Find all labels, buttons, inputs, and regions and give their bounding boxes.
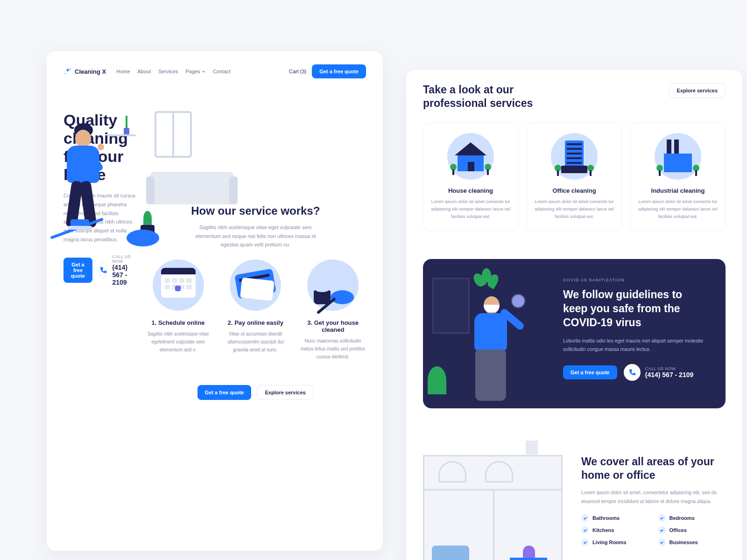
nav-home[interactable]: Home xyxy=(116,69,130,74)
check-label: Living Rooms xyxy=(592,539,627,545)
nav-left: Cleaning X Home About Services Pages Con… xyxy=(63,67,231,76)
check-label: Offices xyxy=(669,527,687,533)
desk-icon xyxy=(510,558,547,560)
covid-title: We follow guidelines to keep you safe fr… xyxy=(563,288,705,330)
nav-links: Home About Services Pages Contact xyxy=(116,69,230,74)
steps-row: 1. Schedule online Sagittis nibh sceleri… xyxy=(145,259,366,371)
nav-services[interactable]: Services xyxy=(158,69,178,74)
areas-copy: We cover all areas of your home or offic… xyxy=(581,441,726,546)
floor-plant-icon xyxy=(428,366,446,394)
hero-cta-row: Get a free quote CALL US NOW (414) 567 -… xyxy=(63,254,136,286)
step-2-text: Vitae ut accumsan blandit ullamcorperolm… xyxy=(222,330,289,354)
nav-right: Cart (3) Get a free quote xyxy=(289,64,366,78)
vacuum-bucket-icon xyxy=(307,259,359,311)
check-icon xyxy=(581,539,589,546)
office-building-icon xyxy=(551,133,598,180)
how-subtitle: Sagittis nibh scelerisque vitae eget vul… xyxy=(190,223,321,249)
how-it-works-section: How our service works? Sagittis nibh sce… xyxy=(145,204,366,400)
check-kitchens: Kitchens xyxy=(581,526,649,534)
step-pay: 2. Pay online easily Vitae ut accumsan b… xyxy=(222,259,289,371)
house-cutaway-illustration xyxy=(423,441,567,560)
calendar-icon xyxy=(153,259,204,311)
vacuum-icon xyxy=(127,230,159,246)
person-vacuuming-icon xyxy=(52,130,117,237)
dormer-window-icon xyxy=(438,461,466,483)
how-explore-button[interactable]: Explore services xyxy=(257,385,313,400)
check-label: Kitchens xyxy=(592,527,614,533)
how-quote-button[interactable]: Get a free quote xyxy=(197,385,252,400)
service-card-house[interactable]: House cleaning Lorem ipsum dolor sit ame… xyxy=(423,122,518,231)
step-2-title: 2. Pay online easily xyxy=(222,319,289,326)
nav-quote-button[interactable]: Get a free quote xyxy=(312,64,366,78)
covid-text: Lobortis mattis odio leo eget mauris met… xyxy=(563,336,705,354)
service-industrial-title: Industrial cleaning xyxy=(638,187,718,194)
areas-title: We cover all areas of your home or offic… xyxy=(581,455,726,482)
check-label: Bathrooms xyxy=(592,515,620,521)
phone-number: (414) 567 - 2109 xyxy=(112,264,135,286)
nav-contact[interactable]: Contact xyxy=(213,69,231,74)
hero-quote-button[interactable]: Get a free quote xyxy=(63,258,92,283)
check-icon xyxy=(658,526,666,534)
couch-icon xyxy=(150,172,234,204)
brand-name: Cleaning X xyxy=(75,68,106,75)
nav-pages-label: Pages xyxy=(185,69,200,74)
nav-about[interactable]: About xyxy=(138,69,151,74)
nav-pages[interactable]: Pages xyxy=(185,69,205,74)
service-office-text: Lorem ipsum dolor sit amet consecte tur … xyxy=(535,198,614,220)
how-title: How our service works? xyxy=(145,204,366,217)
chevron-down-icon xyxy=(202,70,205,73)
step-1-text: Sagittis nibh scelerisque vitae egetolme… xyxy=(145,330,211,354)
check-businesses: Businesses xyxy=(658,539,726,546)
areas-section: We cover all areas of your home or offic… xyxy=(423,441,726,560)
check-icon xyxy=(658,539,666,546)
step-3-text: Nunc maecenas sollicitudin metus tellus … xyxy=(300,337,366,361)
phone-icon xyxy=(624,364,641,381)
check-offices: Offices xyxy=(658,526,726,534)
phone-icon xyxy=(99,262,107,279)
services-title: Take a look at our professional services xyxy=(423,83,563,110)
person-dusting-icon xyxy=(451,296,521,404)
step-3-title: 3. Get your house cleaned xyxy=(300,319,366,333)
svg-point-1 xyxy=(65,73,66,74)
service-card-office[interactable]: Office cleaning Lorem ipsum dolor sit am… xyxy=(527,122,622,231)
covid-phone-box[interactable]: CALL US NOW (414) 567 - 2109 xyxy=(624,364,694,381)
covid-banner: COVID-19 SANITIZATION We follow guidelin… xyxy=(423,259,726,408)
svg-point-0 xyxy=(70,69,70,70)
check-label: Businesses xyxy=(669,539,698,545)
service-card-industrial[interactable]: Industrial cleaning Lorem ipsum dolor si… xyxy=(630,122,726,231)
check-icon xyxy=(581,526,589,534)
check-living-rooms: Living Rooms xyxy=(581,539,649,546)
dormer-window-icon xyxy=(485,461,513,483)
landing-page-continued: Take a look at our professional services… xyxy=(406,70,742,560)
hero-phone-box[interactable]: CALL US NOW (414) 567 - 2109 xyxy=(99,254,136,286)
check-label: Bedrooms xyxy=(669,515,695,521)
service-house-text: Lorem ipsum dolor sit amet consecte tur … xyxy=(431,198,510,220)
areas-text: Lorem ipsum dolor sit amet, consectetur … xyxy=(581,488,726,506)
call-us-label: CALL US NOW xyxy=(645,366,694,371)
service-industrial-text: Lorem ipsum dolor sit amet consecte tur … xyxy=(638,198,718,220)
step-1-title: 1. Schedule online xyxy=(145,319,211,326)
call-us-label: CALL US NOW xyxy=(112,254,135,264)
covid-cta-row: Get a free quote CALL US NOW (414) 567 -… xyxy=(563,364,705,381)
landing-page-top: Cleaning X Home About Services Pages Con… xyxy=(47,51,383,551)
plant-icon xyxy=(122,116,131,134)
areas-checklist: Bathrooms Bedrooms Kitchens Offices Livi… xyxy=(581,514,726,546)
sparkle-icon xyxy=(63,67,72,76)
services-cards: House cleaning Lorem ipsum dolor sit ame… xyxy=(423,122,726,231)
credit-card-icon xyxy=(230,259,281,311)
covid-quote-button[interactable]: Get a free quote xyxy=(563,365,617,379)
cart-link[interactable]: Cart (3) xyxy=(289,69,306,74)
check-bedrooms: Bedrooms xyxy=(658,514,726,522)
covid-tag: COVID-19 SANITIZATION xyxy=(563,278,705,282)
brand-logo[interactable]: Cleaning X xyxy=(63,67,106,76)
service-office-title: Office cleaning xyxy=(535,187,614,194)
window-icon xyxy=(155,111,192,158)
service-house-title: House cleaning xyxy=(431,187,510,194)
phone-number: (414) 567 - 2109 xyxy=(645,371,694,378)
covid-illustration xyxy=(423,259,554,408)
factory-icon xyxy=(655,133,701,180)
explore-services-button[interactable]: Explore services xyxy=(669,83,726,98)
plant-icon xyxy=(474,268,498,296)
check-bathrooms: Bathrooms xyxy=(581,514,649,522)
phone-text: CALL US NOW (414) 567 - 2109 xyxy=(645,366,694,378)
